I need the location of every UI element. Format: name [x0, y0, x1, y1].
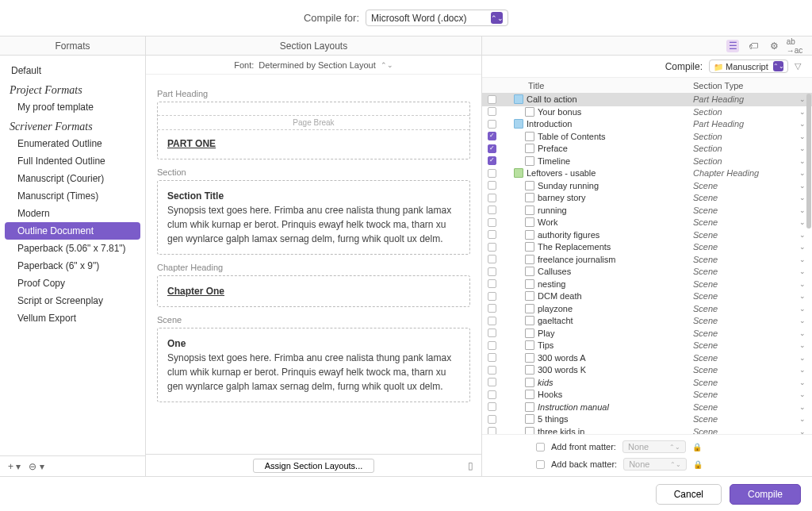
front-matter-checkbox[interactable] — [536, 443, 545, 451]
layout-preview[interactable]: Chapter One — [157, 275, 470, 307]
include-checkbox[interactable] — [488, 95, 496, 104]
layout-preview[interactable]: OneSynopsis text goes here. Frimba anu c… — [157, 328, 470, 402]
format-item[interactable]: My proof template — [0, 98, 145, 116]
tree-row[interactable]: barney storyScene⌄ — [482, 192, 812, 205]
back-matter-checkbox[interactable] — [536, 460, 545, 469]
row-section-type[interactable]: Scene — [693, 279, 799, 289]
include-checkbox[interactable] — [488, 218, 496, 227]
row-section-type[interactable]: Scene — [693, 193, 799, 202]
chevron-down-icon[interactable]: ⌄ — [799, 280, 812, 288]
tree-row[interactable]: IntroductionPart Heading⌄ — [482, 118, 812, 131]
compile-button[interactable]: Compile — [730, 484, 801, 505]
compile-scope-select[interactable]: 📁Manuscript ⌃⌄ — [709, 60, 788, 73]
row-section-type[interactable]: Scene — [693, 217, 799, 227]
chevron-down-icon[interactable]: ⌄ — [799, 403, 812, 411]
include-checkbox[interactable] — [488, 353, 496, 362]
row-section-type[interactable]: Scene — [693, 255, 799, 264]
chevron-down-icon[interactable]: ⌄ — [799, 267, 812, 275]
include-checkbox[interactable] — [488, 328, 496, 337]
format-item[interactable]: Full Indented Outline — [0, 152, 145, 170]
include-checkbox[interactable] — [488, 390, 496, 399]
include-checkbox[interactable] — [488, 366, 496, 375]
include-checkbox[interactable] — [488, 255, 496, 263]
chevron-down-icon[interactable]: ⌄ — [799, 231, 812, 239]
tree-row[interactable]: authority figuresScene⌄ — [482, 229, 812, 242]
tree-row[interactable]: Sunday runningScene⌄ — [482, 180, 812, 193]
include-checkbox[interactable] — [488, 267, 496, 276]
tree-row[interactable]: Leftovers - usableChapter Heading⌄ — [482, 167, 812, 180]
layout-preview[interactable]: Page BreakPART ONE — [157, 102, 470, 159]
assign-section-layouts-button[interactable]: Assign Section Layouts... — [253, 459, 375, 473]
tree-row[interactable]: Table of ContentsSection⌄ — [482, 131, 812, 144]
include-checkbox[interactable] — [488, 304, 496, 313]
chevron-down-icon[interactable]: ⌄ — [799, 428, 812, 434]
row-section-type[interactable]: Scene — [693, 328, 799, 338]
back-matter-select[interactable]: None⌃⌄ — [623, 458, 687, 471]
include-checkbox[interactable] — [488, 317, 496, 325]
format-item[interactable]: Paperback (6" x 9") — [0, 257, 145, 275]
format-item[interactable]: Outline Document — [5, 222, 140, 240]
row-section-type[interactable]: Scene — [693, 353, 799, 363]
chevron-down-icon[interactable]: ⌄ — [799, 378, 812, 386]
chevron-down-icon[interactable]: ⌄ — [799, 390, 812, 398]
chevron-down-icon[interactable]: ⌄ — [799, 354, 812, 362]
row-section-type[interactable]: Scene — [693, 230, 799, 240]
chevron-down-icon[interactable]: ⌄ — [799, 243, 812, 251]
include-checkbox[interactable] — [488, 427, 496, 434]
include-checkbox[interactable] — [488, 144, 496, 153]
include-checkbox[interactable] — [488, 279, 496, 288]
tree-row[interactable]: DCM deathScene⌄ — [482, 290, 812, 303]
row-section-type[interactable]: Scene — [693, 427, 799, 434]
chevron-down-icon[interactable]: ⌄ — [799, 256, 812, 263]
include-checkbox[interactable] — [488, 206, 496, 214]
include-checkbox[interactable] — [488, 132, 496, 140]
tree-row[interactable]: TipsScene⌄ — [482, 340, 812, 352]
tree-row[interactable]: TimelineSection⌄ — [482, 156, 812, 168]
tree-row[interactable]: kidsScene⌄ — [482, 377, 812, 390]
layout-preview[interactable]: Section TitleSynopsis text goes here. Fr… — [157, 180, 470, 255]
chevron-down-icon[interactable]: ⌄ — [799, 305, 812, 313]
format-item[interactable]: Vellum Export — [0, 309, 145, 327]
tree-row[interactable]: runningScene⌄ — [482, 205, 812, 217]
tag-icon[interactable]: 🏷 — [747, 40, 760, 52]
include-checkbox[interactable] — [488, 415, 496, 424]
tree-row[interactable]: The ReplacementsScene⌄ — [482, 241, 812, 254]
row-section-type[interactable]: Scene — [693, 414, 799, 424]
row-section-type[interactable]: Section — [693, 144, 799, 153]
row-section-type[interactable]: Section — [693, 107, 799, 117]
format-item[interactable]: Manuscript (Courier) — [0, 170, 145, 187]
include-checkbox[interactable] — [488, 243, 496, 252]
tree-row[interactable]: nestingScene⌄ — [482, 279, 812, 291]
row-section-type[interactable]: Scene — [693, 291, 799, 301]
tree-row[interactable]: WorkScene⌄ — [482, 217, 812, 229]
tree-row[interactable]: PlayScene⌄ — [482, 328, 812, 340]
tree-row[interactable]: 5 thingsScene⌄ — [482, 413, 812, 426]
front-matter-select[interactable]: None⌃⌄ — [622, 440, 686, 453]
format-item[interactable]: Default — [0, 62, 145, 79]
tree-row[interactable]: HooksScene⌄ — [482, 389, 812, 402]
include-checkbox[interactable] — [488, 402, 496, 411]
tree-row[interactable]: Your bonusSection⌄ — [482, 106, 812, 119]
format-item[interactable]: Enumerated Outline — [0, 135, 145, 152]
chevron-down-icon[interactable]: ⌄ — [799, 415, 812, 423]
chevron-down-icon[interactable]: ⌄ — [799, 366, 812, 374]
filter-icon[interactable]: ▽ — [795, 61, 801, 71]
row-section-type[interactable]: Scene — [693, 340, 799, 350]
include-checkbox[interactable] — [488, 181, 496, 190]
row-section-type[interactable]: Scene — [693, 390, 799, 399]
row-section-type[interactable]: Part Heading — [693, 119, 799, 129]
format-item[interactable]: Proof Copy — [0, 275, 145, 292]
row-section-type[interactable]: Section — [693, 132, 799, 141]
tree-row[interactable]: CallusesScene⌄ — [482, 266, 812, 279]
tree-row[interactable]: PrefaceSection⌄ — [482, 143, 812, 156]
row-section-type[interactable]: Scene — [693, 267, 799, 276]
chevron-down-icon[interactable]: ⌄ — [799, 341, 812, 349]
row-section-type[interactable]: Part Heading — [693, 94, 799, 104]
chevron-down-icon[interactable]: ⌄ — [799, 317, 812, 325]
include-checkbox[interactable] — [488, 169, 496, 178]
chevron-down-icon[interactable]: ⌄ — [799, 329, 812, 337]
include-checkbox[interactable] — [488, 341, 496, 350]
include-checkbox[interactable] — [488, 194, 496, 202]
tree-row[interactable]: gaeltachtScene⌄ — [482, 315, 812, 328]
format-item[interactable]: Manuscript (Times) — [0, 187, 145, 205]
